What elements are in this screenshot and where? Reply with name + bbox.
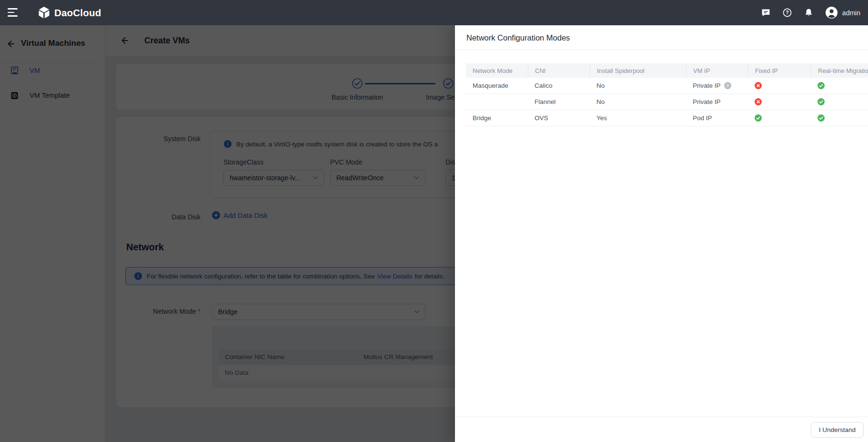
cell-cni: Calico xyxy=(528,78,590,94)
svg-text:?: ? xyxy=(786,10,788,15)
cell-network-mode xyxy=(466,94,528,110)
cell-fixed-ip xyxy=(748,110,811,126)
check-circle-icon xyxy=(818,82,825,89)
check-circle-icon xyxy=(818,114,825,122)
hamburger-menu-icon[interactable] xyxy=(8,8,18,17)
cell-install-spiderpool: No xyxy=(590,94,686,110)
cell-vm-ip: Pod IP xyxy=(686,110,748,126)
cell-realtime-migration xyxy=(811,110,868,126)
daocloud-logo-icon xyxy=(37,6,51,20)
table-row: Bridge OVS Yes Pod IP xyxy=(466,110,868,126)
app-header: DaoCloud ? admin xyxy=(0,0,868,25)
cell-network-mode: Masquerade xyxy=(466,78,528,94)
col-install-spiderpool: Install Spiderpool xyxy=(590,63,686,78)
help-icon[interactable]: ? xyxy=(782,8,792,18)
table-header-row: Network Mode CNI Install Spiderpool VM I… xyxy=(466,63,868,78)
question-circle-icon[interactable]: ? xyxy=(724,82,731,89)
brand-title: DaoCloud xyxy=(54,0,101,25)
cell-vm-ip: Private IP xyxy=(686,94,748,110)
table-row: Masquerade Calico No Private IP ? xyxy=(466,78,868,94)
col-cni: CNI xyxy=(528,63,590,78)
app-window: DaoCloud ? admin xyxy=(0,0,868,442)
cell-cni: OVS xyxy=(528,110,590,126)
cell-fixed-ip xyxy=(748,94,811,110)
network-modes-table: Network Mode CNI Install Spiderpool VM I… xyxy=(466,63,868,126)
cross-circle-icon xyxy=(755,98,762,105)
cell-cni: Flannel xyxy=(528,94,590,110)
col-realtime-migration: Real-time Migration xyxy=(811,63,868,78)
network-modes-drawer: Network Configuration Modes Network Mode… xyxy=(455,25,868,442)
header-actions: ? admin xyxy=(761,0,860,25)
message-icon[interactable] xyxy=(761,8,771,18)
check-circle-icon xyxy=(755,114,762,122)
col-network-mode: Network Mode xyxy=(466,63,528,78)
col-vm-ip: VM IP xyxy=(686,63,748,78)
user-menu[interactable]: admin xyxy=(825,6,860,19)
notification-bell-icon[interactable] xyxy=(804,8,814,18)
cell-vm-ip: Private IP ? xyxy=(686,78,748,94)
drawer-header: Network Configuration Modes xyxy=(455,25,868,50)
cell-fixed-ip xyxy=(748,78,811,94)
username-label: admin xyxy=(842,9,860,17)
drawer-title: Network Configuration Modes xyxy=(466,25,570,50)
cross-circle-icon xyxy=(755,82,762,89)
drawer-footer: I Understand xyxy=(455,417,868,442)
cell-realtime-migration xyxy=(811,78,868,94)
table-row: Flannel No Private IP xyxy=(466,94,868,110)
avatar-icon xyxy=(825,6,838,19)
cell-install-spiderpool: No xyxy=(590,78,686,94)
i-understand-button[interactable]: I Understand xyxy=(811,422,864,438)
cell-network-mode: Bridge xyxy=(466,110,528,126)
check-circle-icon xyxy=(818,98,825,105)
cell-install-spiderpool: Yes xyxy=(590,110,686,126)
col-fixed-ip: Fixed IP xyxy=(748,63,811,78)
cell-realtime-migration xyxy=(811,94,868,110)
svg-text:?: ? xyxy=(726,83,728,88)
